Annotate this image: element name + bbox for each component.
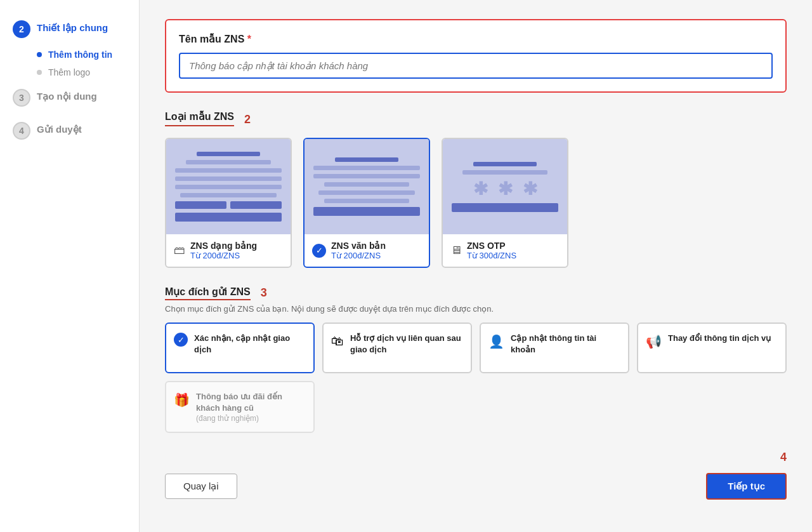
sidebar-step-4[interactable]: 4 Gửi duyệt (0, 114, 139, 147)
step-label-2: Thiết lập chung (37, 20, 108, 34)
preview-line (175, 168, 282, 173)
purpose-icon-thay-doi: 📢 (646, 334, 662, 349)
purpose-card-thay-doi[interactable]: 📢 Thay đổi thông tin dịch vụ (637, 323, 787, 373)
loai-card-dang-bang[interactable]: 🗃 ZNS dạng bảng Từ 200đ/ZNS (165, 138, 292, 268)
muc-dich-step-num: 3 (261, 286, 267, 300)
bottom-bar: Quay lại Tiếp tục (165, 467, 787, 500)
preview-bar (175, 201, 226, 209)
card-info-dang-bang: 🗃 ZNS dạng bảng Từ 200đ/ZNS (166, 234, 291, 267)
preview-line (197, 152, 261, 156)
check-icon-xac-nhan: ✓ (174, 333, 188, 347)
otp-symbols: ✱✱✱ (473, 178, 537, 199)
purpose-card-xac-nhan[interactable]: ✓ Xác nhận, cập nhật giao dịch (165, 323, 315, 373)
step-circle-3: 3 (13, 89, 30, 107)
purpose-icon-ho-tro: 🛍 (331, 334, 344, 349)
card-preview-dang-bang (166, 139, 291, 234)
main-content: Tên mẫu ZNS * Thông báo cập nhật tài kho… (140, 0, 812, 532)
purpose-card-uu-dai[interactable]: 🎁 Thông báo ưu đãi đến khách hàng cũ (đa… (165, 381, 315, 433)
ten-mau-title: Tên mẫu ZNS * (179, 33, 251, 45)
ten-mau-input[interactable]: Thông báo cập nhật tài khoản khách hàng (179, 53, 773, 79)
purpose-text-uu-dai: Thông báo ưu đãi đến khách hàng cũ (đang… (196, 391, 306, 423)
preview-line (318, 190, 414, 195)
tiep-tuc-button[interactable]: Tiếp tục (706, 473, 787, 500)
quay-lai-button[interactable]: Quay lại (165, 474, 237, 499)
loai-header-row: Loại mẫu ZNS 2 (165, 110, 787, 129)
muc-dich-title: Mục đích gửi ZNS (165, 286, 251, 300)
dot-active (37, 52, 42, 57)
purpose-grid-row2: 🎁 Thông báo ưu đãi đến khách hàng cũ (đa… (165, 381, 787, 433)
muc-dich-section: Mục đích gửi ZNS 3 Chọn mục đích gửi ZNS… (165, 286, 787, 433)
preview-line (473, 162, 537, 166)
loai-mau-section: Loại mẫu ZNS 2 (165, 110, 787, 268)
check-icon-van-ban: ✓ (312, 244, 326, 258)
ten-mau-header-row: Tên mẫu ZNS * (179, 33, 773, 53)
step-label-4: Gửi duyệt (37, 122, 82, 135)
purpose-icon-cap-nhat: 👤 (488, 334, 504, 349)
loai-step-num: 2 (244, 113, 251, 126)
preview-line (313, 166, 420, 170)
card-text-dang-bang: ZNS dạng bảng Từ 200đ/ZNS (190, 241, 257, 260)
purpose-card-cap-nhat[interactable]: 👤 Cập nhật thông tin tài khoản (480, 323, 629, 373)
preview-line (324, 199, 409, 203)
card-info-van-ban: ✓ ZNS văn bản Từ 200đ/ZNS (304, 234, 429, 267)
preview-line (335, 157, 399, 162)
preview-bar-full (313, 207, 420, 216)
preview-bar-full (452, 203, 558, 212)
card-icon-otp: 🖥 (450, 244, 462, 257)
sidebar-step-2[interactable]: 2 Thiết lập chung (0, 13, 139, 46)
preview-line (186, 160, 271, 164)
bottom-step-num: 4 (165, 451, 787, 464)
ten-mau-section: Tên mẫu ZNS * Thông báo cập nhật tài kho… (165, 19, 787, 93)
loai-mau-title: Loại mẫu ZNS (165, 110, 234, 126)
step-circle-2: 2 (13, 20, 30, 38)
step-label-3: Tạo nội dung (37, 89, 97, 102)
preview-line (324, 182, 409, 187)
step-circle-4: 4 (13, 122, 30, 140)
preview-line (180, 193, 276, 197)
card-icon-dang-bang: 🗃 (174, 244, 185, 257)
preview-line (313, 174, 420, 178)
card-info-otp: 🖥 ZNS OTP Từ 300đ/ZNS (443, 234, 567, 267)
sidebar: 2 Thiết lập chung Thêm thông tin Thêm lo… (0, 0, 140, 532)
purpose-card-ho-tro[interactable]: 🛍 Hỗ trợ dịch vụ liên quan sau giao dịch (322, 323, 472, 373)
preview-line (175, 185, 282, 189)
card-preview-otp: ✱✱✱ (443, 139, 567, 234)
preview-bars (175, 201, 282, 209)
muc-dich-header: Mục đích gửi ZNS 3 (165, 286, 787, 300)
purpose-icon-uu-dai: 🎁 (174, 392, 190, 408)
loai-card-otp[interactable]: ✱✱✱ 🖥 ZNS OTP Từ 300đ/ZNS (442, 138, 568, 268)
card-text-otp: ZNS OTP Từ 300đ/ZNS (467, 241, 516, 260)
loai-cards-container: 🗃 ZNS dạng bảng Từ 200đ/ZNS (165, 138, 787, 268)
card-text-van-ban: ZNS văn bản Từ 200đ/ZNS (331, 241, 386, 260)
preview-line (175, 176, 282, 181)
preview-line (462, 170, 547, 175)
sidebar-subitem-them-thong-tin[interactable]: Thêm thông tin (37, 46, 139, 63)
sidebar-subitems-2: Thêm thông tin Thêm logo (0, 46, 139, 81)
sidebar-subitem-them-logo[interactable]: Thêm logo (37, 63, 139, 81)
dot-inactive (37, 70, 42, 75)
card-preview-van-ban (304, 139, 429, 234)
loai-card-van-ban[interactable]: ✓ ZNS văn bản Từ 200đ/ZNS (303, 138, 430, 268)
sidebar-step-3[interactable]: 3 Tạo nội dung (0, 81, 139, 114)
muc-dich-desc: Chọn mục đích gửi ZNS của bạn. Nội dung … (165, 304, 787, 314)
purpose-grid: ✓ Xác nhận, cập nhật giao dịch 🛍 Hỗ trợ … (165, 323, 787, 373)
preview-bar-full (175, 213, 282, 222)
preview-bar (230, 201, 282, 209)
